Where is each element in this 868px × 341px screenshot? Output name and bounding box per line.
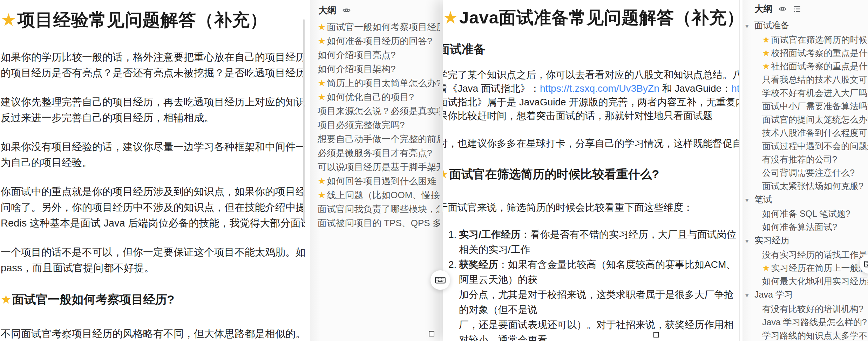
text-run: 建议你先整理完善自己的项目经历，再去吃透项目经历上对应的知识点。在学习对应的	[1, 96, 305, 107]
star-icon: ★	[443, 167, 448, 181]
outline-item[interactable]: ★实习经历在简历上一般怎么写比…	[742, 261, 868, 274]
outline-item[interactable]: 学校不好有机会进入大厂吗?	[742, 86, 868, 99]
outline-group[interactable]: ▾笔试	[742, 193, 868, 207]
outline-item[interactable]: Java 学习路线是怎么样的?	[742, 315, 868, 329]
outline-title: 大纲	[754, 3, 773, 15]
outline-item[interactable]: ★面试官一般如何考察项目经历?	[310, 20, 440, 34]
outline-item[interactable]: ★如何回答项目遇到什么困难，如何解…	[310, 174, 440, 188]
paragraph: 一个项目的话不是不可以，但你一定要保证这个项目不能太鸡肋。如果太鸡肋的话，简pa…	[1, 244, 305, 276]
text-run: 你面试中的重点就是你的项目经历涉及到的知识点，如果你的项目经历比较简单的话，	[1, 186, 305, 197]
outline-item-label: 学习路线的知识点太多学不完怎么…	[762, 329, 868, 341]
doc-line: 果你比较赶时间，想着突击面试的话，那就针对性地只看面试题	[443, 109, 739, 123]
doc-heading: ★项目经验常见问题解答（补充）	[1, 0, 305, 32]
outline-item-label: 如何准备项目经历的回答?	[327, 36, 432, 46]
outline-group[interactable]: ▾面试准备	[742, 19, 868, 33]
outline-item[interactable]: 项目必须完整做完吗?	[310, 118, 440, 132]
outline-item[interactable]: ★社招面试考察的重点是什么?	[742, 60, 868, 73]
outline-item[interactable]: 如何介绍项目架构?	[310, 62, 440, 76]
outline-item[interactable]: 技术八股准备到什么程度可以开始…	[742, 126, 868, 139]
outline-item[interactable]: ★面试官在筛选简历的时候比较看…	[742, 33, 868, 46]
text-run: ：如果有含金量比较高（知名度较高的赛事比如ACM、阿里云天池）的获	[459, 259, 736, 285]
vertical-scrollbar[interactable]	[303, 19, 305, 222]
heading-text: 面试官一般如何考察项目经历?	[12, 293, 174, 306]
window-resize-handle[interactable]	[429, 331, 434, 336]
outline-item[interactable]: 面试官问我负责了哪些模块，怎么回答?	[310, 202, 440, 216]
outline-group[interactable]: ▾实习经历	[742, 234, 868, 248]
eye-icon[interactable]	[342, 6, 351, 15]
outline-item[interactable]: ★校招面试考察的重点是什么?	[742, 46, 868, 60]
heading-text: 面试准备	[443, 42, 486, 56]
outline-title: 大纲	[318, 4, 337, 16]
outline-item[interactable]: 想要自己动手做一个完整的前后端项目…	[310, 132, 440, 146]
text-run: 于面试官来说，筛选简历的时候会比较看重下面这些维度：	[443, 202, 693, 213]
outline-item[interactable]: 面试太紧张怯场如何克服?	[742, 179, 868, 193]
hyperlink[interactable]: https://t.zsxq.com/Uv3ByZn	[540, 83, 659, 94]
outline-header: 大纲	[742, 0, 868, 19]
outline-item[interactable]: 面试过程中遇到不会的问题怎么办?	[742, 139, 868, 153]
outline-item-label: 技术八股准备到什么程度可以开始…	[762, 126, 868, 139]
star-icon: ★	[762, 33, 770, 46]
outline-item-label: 有没有比较好的培训机构?	[762, 302, 863, 315]
outline-item[interactable]: 面试被问项目的 TPS、QPS 多少，怎…	[310, 216, 440, 230]
text-run: 如果你的学历比较一般的话，格外注意要把重心放在自己的项目经历上。投递简历之前	[1, 51, 305, 63]
eye-icon[interactable]	[778, 5, 787, 13]
doc-line: 如果你没有项目经验的话，建议你尽量一边学习各种框架和中间件一边做一个完整且有	[1, 139, 305, 155]
outline-item[interactable]: 如何最大化地利用实习经历给自己…	[742, 274, 868, 288]
doc-line: 你面试中的重点就是你的项目经历涉及到的知识点，如果你的项目经历比较简单的话，	[1, 184, 305, 200]
outline-item-label: 线上问题（比如OOM、慢接口）如何…	[327, 190, 440, 200]
keyboard-toggle-button[interactable]	[430, 270, 450, 290]
document-body: ★项目经验常见问题解答（补充）如果你的学历比较一般的话，格外注意要把重心放在自己…	[0, 0, 305, 341]
outline-item[interactable]: 如何准备 SQL 笔试题?	[742, 207, 868, 220]
outline-item[interactable]: 必须是微服务项目才有亮点?	[310, 146, 440, 160]
outline-item-label: 如何介绍项目架构?	[318, 64, 395, 74]
outline-item[interactable]: 学习路线的知识点太多学不完怎么…	[742, 329, 868, 341]
outline-item-label: 如何最大化地利用实习经历给自己…	[762, 274, 868, 288]
list-icon[interactable]	[793, 5, 801, 13]
outline-item-label: 校招面试考察的重点是什么?	[771, 46, 868, 60]
text-run: 不同面试官考察项目经历的风格略有不同，但大体思路都是相似的。	[1, 328, 305, 339]
list-item-body: 实习/工作经历：看你是否有不错的实习经历，大厂且与面试岗位相关的实习/工作	[459, 227, 739, 257]
outline-item[interactable]: 可以说项目经历是基于脚手架开发的吗?	[310, 160, 440, 174]
outline-item[interactable]: 如何准备算法面试?	[742, 220, 868, 234]
outline-item[interactable]: ★简历上的项目太简单怎么办?	[310, 76, 440, 90]
outline-item[interactable]: 如何介绍项目亮点?	[310, 48, 440, 62]
outline-item[interactable]: 有没有比较好的培训机构?	[742, 302, 868, 315]
outline-item[interactable]: 面试官的提问太笼统怎么办?	[742, 113, 868, 126]
outline-item[interactable]: 面试中小厂需要准备算法吗?	[742, 99, 868, 113]
chevron-down-icon[interactable]: ▾	[745, 194, 754, 207]
outline-group[interactable]: ▾Java 学习	[742, 288, 868, 302]
outline-item[interactable]: 只看我总结的技术八股文可以不?	[742, 73, 868, 86]
document-body: ★Java面试准备常见问题解答（补充）面试准备学完了某个知识点之后，你可以去看看…	[443, 0, 739, 341]
outline-item-label: 如何介绍项目亮点?	[318, 50, 395, 60]
doc-line: 于面试官来说，筛选简历的时候会比较看重下面这些维度：	[443, 201, 739, 214]
outline-item-label: 必须是微服务项目才有亮点?	[318, 148, 432, 158]
outline-panel: 大纲 ▾面试准备★面试官在筛选简历的时候比较看…★校招面试考察的重点是什么?★社…	[742, 0, 868, 341]
outline-item-label: Java 学习	[754, 288, 793, 301]
window-resize-handle[interactable]	[653, 332, 659, 337]
doc-line: 为自己的项目经验。	[1, 155, 305, 170]
chevron-down-icon[interactable]: ▾	[745, 235, 754, 248]
outline-panel: 大纲 ★面试官一般如何考察项目经历?★如何准备项目经历的回答?如何介绍项目亮点?…	[310, 0, 440, 341]
outline-item-label: 项目必须完整做完吗?	[318, 120, 405, 130]
outline-item[interactable]: ★线上问题（比如OOM、慢接口）如何…	[310, 188, 440, 202]
chevron-down-icon[interactable]: ▾	[745, 289, 754, 302]
outline-item-label: 没有实习经历的话找工作是不是特…	[762, 248, 868, 261]
outline-item[interactable]: 有没有推荐的公司?	[742, 153, 868, 166]
star-icon: ★	[762, 261, 770, 274]
paragraph: 于面试官来说，筛选简历的时候会比较看重下面这些维度：	[443, 201, 739, 214]
outline-item[interactable]: 没有实习经历的话找工作是不是特…	[742, 248, 868, 261]
doc-heading: ★面试官在筛选简历的时候比较看重什么?	[443, 166, 739, 182]
chevron-down-icon[interactable]: ▾	[745, 20, 754, 33]
doc-line: 时，也建议你多多在星球打卡，分享自己的学习情况，这样既能督促自己，又有机会	[443, 137, 739, 150]
doc-line: 面试指北》属于是 JavaGuide 开源版的完善，两者内容互补，无重复内容，完…	[443, 95, 739, 109]
doc-line: 如果你的学历比较一般的话，格外注意要把重心放在自己的项目经历上。投递简历之前	[1, 49, 305, 65]
outline-item[interactable]: ★如何准备项目经历的回答?	[310, 34, 440, 48]
outline-item[interactable]: ★如何优化自己的项目?	[310, 90, 440, 104]
outline-item-label: 面试太紧张怯场如何克服?	[762, 179, 863, 193]
doc-heading: ★Java面试准备常见问题解答（补充）	[443, 0, 739, 29]
outline-item-label: 如何回答项目遇到什么困难，如何解…	[327, 176, 440, 186]
outline-item[interactable]: 项目来源怎么说？必须是真实项目吗?	[310, 104, 440, 118]
outline-item-list: ▾面试准备★面试官在筛选简历的时候比较看…★校招面试考察的重点是什么?★社招面试…	[742, 19, 868, 341]
outline-item[interactable]: 公司背调需要注意什么?	[742, 166, 868, 179]
hyperlink[interactable]: https://javag	[731, 83, 739, 94]
